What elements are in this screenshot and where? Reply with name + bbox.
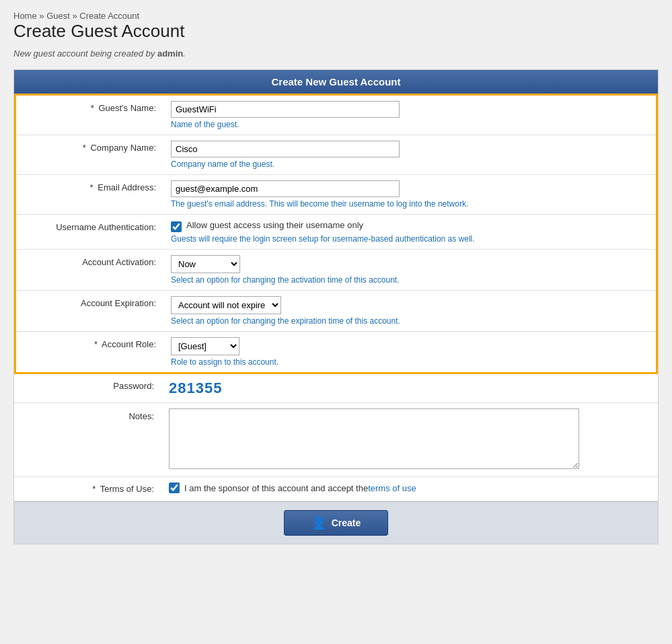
account-expiration-field: Account will not expire 1 Hour 1 Day 1 W… <box>164 291 656 331</box>
user-icon: 👤 <box>311 515 326 530</box>
account-expiration-select[interactable]: Account will not expire 1 Hour 1 Day 1 W… <box>171 296 281 314</box>
guest-name-field: Name of the guest. <box>164 96 656 135</box>
form-header: Create New Guest Account <box>14 70 658 94</box>
username-auth-hint: Guests will require the login screen set… <box>171 234 649 244</box>
account-expiration-label: Account Expiration: <box>16 291 164 316</box>
guest-name-input[interactable] <box>171 101 400 118</box>
page-title: Create Guest Account <box>13 21 659 42</box>
terms-row: * Terms of Use: I am the sponsor of this… <box>14 477 658 501</box>
terms-text-prefix: I am the sponsor of this account and acc… <box>184 483 368 493</box>
username-auth-checkbox[interactable] <box>171 221 182 232</box>
username-auth-label: Username Authentication: <box>16 215 164 240</box>
guest-name-hint: Name of the guest. <box>171 120 649 129</box>
breadcrumb-text: Home » Guest » Create Account <box>13 11 139 21</box>
subtitle-suffix: . <box>183 48 186 59</box>
account-role-select[interactable]: [Guest] [Employee] [Contractor] <box>171 337 239 355</box>
company-name-input[interactable] <box>171 141 400 157</box>
account-activation-field: Now Future Date Select an option for cha… <box>164 250 656 290</box>
account-role-label: * Account Role: <box>16 332 164 357</box>
username-auth-field: Allow guest access using their username … <box>164 215 656 249</box>
notes-field <box>162 403 658 476</box>
company-name-label: * Company Name: <box>16 135 164 161</box>
account-activation-select[interactable]: Now Future Date <box>171 255 240 273</box>
password-field: 281355 <box>162 374 658 402</box>
notes-label: Notes: <box>14 403 162 428</box>
guest-name-label: * Guest's Name: <box>16 96 164 121</box>
subtitle: New guest account being created by admin… <box>13 48 659 59</box>
company-name-hint: Company name of the guest. <box>171 159 649 169</box>
required-star: * <box>91 103 94 113</box>
terms-checkbox[interactable] <box>169 482 180 493</box>
email-hint: The guest's email address. This will bec… <box>171 199 649 209</box>
email-row: * Email Address: The guest's email addre… <box>16 175 656 215</box>
company-name-row: * Company Name: Company name of the gues… <box>16 135 656 175</box>
form-inner: * Guest's Name: Name of the guest. * Com… <box>14 94 658 374</box>
terms-of-use-link[interactable]: terms of use <box>368 483 416 493</box>
company-name-field: Company name of the guest. <box>164 135 656 174</box>
subtitle-user: admin <box>157 48 183 59</box>
email-label: * Email Address: <box>16 175 164 201</box>
terms-field: I am the sponsor of this account and acc… <box>162 477 658 499</box>
account-activation-hint: Select an option for changing the activa… <box>171 275 649 285</box>
form-container: Create New Guest Account * Guest's Name:… <box>13 69 659 544</box>
account-expiration-hint: Select an option for changing the expira… <box>171 316 649 326</box>
subtitle-prefix: New guest account being created by <box>13 48 157 59</box>
account-activation-label: Account Activation: <box>16 250 164 275</box>
notes-textarea[interactable] <box>169 408 579 469</box>
terms-checkbox-row: I am the sponsor of this account and acc… <box>169 482 651 493</box>
create-button-label: Create <box>332 517 361 528</box>
create-button-row: 👤 Create <box>14 501 658 544</box>
password-value: 281355 <box>169 380 222 396</box>
terms-label: * Terms of Use: <box>14 477 162 501</box>
create-button[interactable]: 👤 Create <box>284 510 389 536</box>
email-input[interactable] <box>171 180 400 197</box>
username-auth-row: Username Authentication: Allow guest acc… <box>16 215 656 250</box>
guest-name-row: * Guest's Name: Name of the guest. <box>16 96 656 135</box>
account-expiration-row: Account Expiration: Account will not exp… <box>16 291 656 332</box>
account-activation-row: Account Activation: Now Future Date Sele… <box>16 250 656 291</box>
email-field: The guest's email address. This will bec… <box>164 175 656 214</box>
username-auth-checkbox-label: Allow guest access using their username … <box>186 220 363 230</box>
account-role-hint: Role to assign to this account. <box>171 357 649 367</box>
username-auth-checkbox-row: Allow guest access using their username … <box>171 220 649 232</box>
account-role-field: [Guest] [Employee] [Contractor] Role to … <box>164 332 656 372</box>
notes-row: Notes: <box>14 403 658 477</box>
password-label: Password: <box>14 374 162 398</box>
password-row: Password: 281355 <box>14 374 658 403</box>
account-role-row: * Account Role: [Guest] [Employee] [Cont… <box>16 332 656 372</box>
breadcrumb: Home » Guest » Create Account <box>13 11 659 21</box>
